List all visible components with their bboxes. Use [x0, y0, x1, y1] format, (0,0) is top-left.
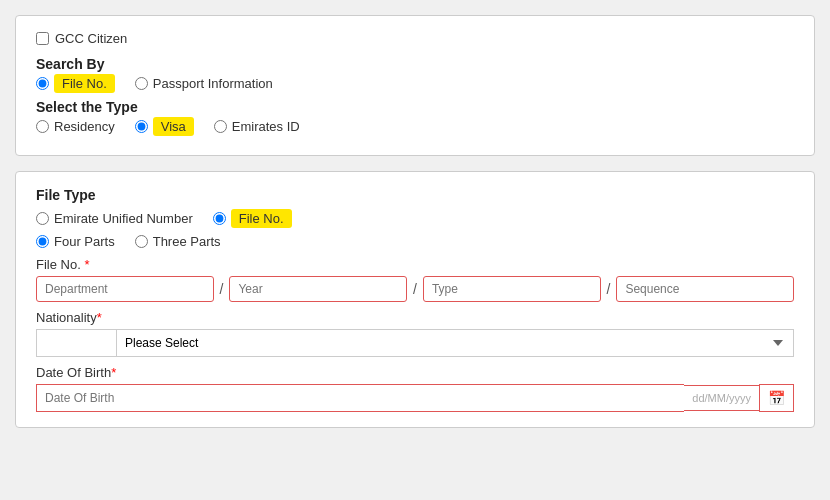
file-no-highlight: File No. [54, 74, 115, 93]
nationality-row: Please Select [36, 329, 794, 357]
dob-required: * [111, 365, 116, 380]
radio-residency[interactable]: Residency [36, 119, 115, 134]
gcc-row: GCC Citizen [36, 31, 794, 46]
nationality-select[interactable]: Please Select [116, 329, 794, 357]
required-star: * [84, 257, 89, 272]
visa-label[interactable]: Visa [153, 119, 194, 134]
file-type-card: File Type Emirate Unified Number File No… [15, 171, 815, 428]
department-input[interactable] [36, 276, 214, 302]
radio-four-parts[interactable]: Four Parts [36, 234, 115, 249]
file-type-title: File Type [36, 187, 794, 203]
nationality-code-input[interactable] [36, 329, 116, 357]
separator-3: / [605, 281, 613, 297]
file-no-2-label[interactable]: File No. [231, 211, 292, 226]
separator-2: / [411, 281, 419, 297]
three-parts-label[interactable]: Three Parts [153, 234, 221, 249]
nationality-field-label: Nationality* [36, 310, 102, 325]
emirate-unified-label[interactable]: Emirate Unified Number [54, 211, 193, 226]
visa-highlight: Visa [153, 117, 194, 136]
radio-passport[interactable]: Passport Information [135, 76, 273, 91]
dob-row: dd/MM/yyyy 📅 [36, 384, 794, 412]
dob-field-label: Date Of Birth* [36, 365, 116, 380]
type-options: Residency Visa Emirates ID [36, 119, 794, 134]
parts-options: Four Parts Three Parts [36, 234, 794, 249]
radio-file-no-2[interactable]: File No. [213, 211, 292, 226]
file-no-field-label: File No. * [36, 257, 89, 272]
file-no-2-highlight: File No. [231, 209, 292, 228]
sequence-input[interactable] [616, 276, 794, 302]
emirates-id-label[interactable]: Emirates ID [232, 119, 300, 134]
search-card: GCC Citizen Search By File No. Passport … [15, 15, 815, 156]
radio-file-no[interactable]: File No. [36, 76, 115, 91]
gcc-citizen-checkbox[interactable] [36, 32, 49, 45]
search-by-title: Search By [36, 56, 794, 72]
radio-emirates-id[interactable]: Emirates ID [214, 119, 300, 134]
passport-label[interactable]: Passport Information [153, 76, 273, 91]
separator-1: / [218, 281, 226, 297]
file-no-label-row: File No. * [36, 257, 794, 272]
dob-input[interactable] [36, 384, 684, 412]
nationality-required: * [97, 310, 102, 325]
dob-label-row: Date Of Birth* [36, 365, 794, 380]
file-no-fields: / / / [36, 276, 794, 302]
file-type-options: Emirate Unified Number File No. [36, 211, 794, 226]
residency-label[interactable]: Residency [54, 119, 115, 134]
radio-visa[interactable]: Visa [135, 119, 194, 134]
gcc-citizen-label[interactable]: GCC Citizen [55, 31, 127, 46]
four-parts-label[interactable]: Four Parts [54, 234, 115, 249]
dob-format: dd/MM/yyyy [684, 385, 759, 411]
file-no-label[interactable]: File No. [54, 76, 115, 91]
radio-three-parts[interactable]: Three Parts [135, 234, 221, 249]
calendar-icon[interactable]: 📅 [759, 384, 794, 412]
nationality-label-row: Nationality* [36, 310, 794, 325]
select-type-title: Select the Type [36, 99, 794, 115]
year-input[interactable] [229, 276, 407, 302]
radio-emirate-unified[interactable]: Emirate Unified Number [36, 211, 193, 226]
type-input[interactable] [423, 276, 601, 302]
search-by-options: File No. Passport Information [36, 76, 794, 91]
